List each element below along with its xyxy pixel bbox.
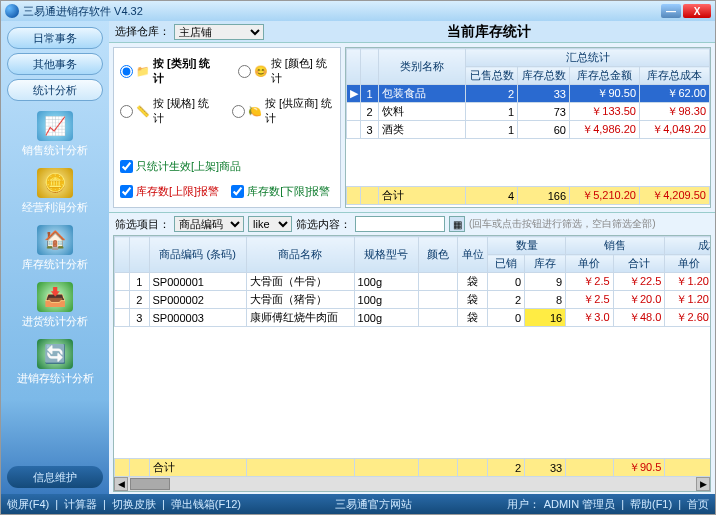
nav-info-maint[interactable]: 信息维护 bbox=[7, 466, 103, 488]
radio-by-spec[interactable]: 📏按 [规格] 统计 bbox=[120, 96, 212, 126]
radio-by-color[interactable]: 😊按 [颜色] 统计 bbox=[238, 56, 334, 86]
status-user-label: 用户： bbox=[507, 497, 540, 512]
chk-only-onshelf[interactable]: 只统计生效[上架]商品 bbox=[120, 159, 334, 174]
status-user: ADMIN 管理员 bbox=[544, 497, 616, 512]
total-row: 合计 4166 ￥5,210.20￥4,209.50 bbox=[347, 187, 710, 205]
horizontal-scrollbar[interactable]: ◀ ▶ bbox=[114, 477, 710, 491]
ruler-icon: 📏 bbox=[136, 105, 150, 118]
warehouse-select[interactable]: 主店铺 bbox=[174, 24, 264, 40]
filter-content-input[interactable] bbox=[355, 216, 445, 232]
chart-icon: 📈 bbox=[37, 111, 73, 141]
nav-other[interactable]: 其他事务 bbox=[7, 53, 103, 75]
status-lock[interactable]: 锁屏(F4) bbox=[7, 497, 49, 512]
sidebar: 日常事务 其他事务 统计分析 📈销售统计分析 🪙经营利润分析 🏠库存统计分析 📥… bbox=[1, 21, 109, 494]
nav-stats[interactable]: 统计分析 bbox=[7, 79, 103, 101]
table-row[interactable]: 2SP000002大骨面（猪骨）100g袋28￥2.5￥20.0￥1.20 bbox=[115, 291, 711, 309]
warehouse-label: 选择仓库： bbox=[115, 24, 170, 39]
supplier-icon: 🍋 bbox=[248, 105, 262, 118]
app-icon bbox=[5, 4, 19, 18]
palette-icon: 😊 bbox=[254, 65, 268, 78]
status-help[interactable]: 帮助(F1) bbox=[630, 497, 672, 512]
main-panel: 选择仓库： 主店铺 当前库存统计 📁按 [类别] 统计 😊按 [颜色] 统计 📏… bbox=[109, 21, 715, 494]
status-website-link[interactable]: 三易通官方网站 bbox=[335, 497, 412, 512]
table-row[interactable]: 3酒类 160 ￥4,986.20￥4,049.20 bbox=[347, 121, 710, 139]
stat-filter-panel: 📁按 [类别] 统计 😊按 [颜色] 统计 📏按 [规格] 统计 🍋按 [供应商… bbox=[113, 47, 341, 208]
category-summary-table: 类别名称 汇总统计 已售总数 库存总数 库存总金额 库存总成本 bbox=[345, 47, 711, 208]
coins-icon: 🪙 bbox=[37, 168, 73, 198]
window-title: 三易通进销存软件 V4.32 bbox=[23, 4, 143, 19]
table-row[interactable]: 2饮料 173 ￥133.50￥98.30 bbox=[347, 103, 710, 121]
filter-op-select[interactable]: like bbox=[248, 216, 292, 232]
table-row[interactable]: 3SP000003康师傅红烧牛肉面100g袋016￥3.0￥48.0￥2.60 bbox=[115, 309, 711, 327]
radio-by-category[interactable]: 📁按 [类别] 统计 bbox=[120, 56, 218, 86]
filter-field-select[interactable]: 商品编码 bbox=[174, 216, 244, 232]
chk-warn-upper[interactable]: 库存数[上限]报警 bbox=[120, 184, 219, 199]
status-calc[interactable]: 计算器 bbox=[64, 497, 97, 512]
page-title: 当前库存统计 bbox=[268, 23, 709, 41]
scroll-right-button[interactable]: ▶ bbox=[696, 477, 710, 491]
nav-daily[interactable]: 日常事务 bbox=[7, 27, 103, 49]
radio-by-supplier[interactable]: 🍋按 [供应商] 统计 bbox=[232, 96, 334, 126]
inbox-icon: 📥 bbox=[37, 282, 73, 312]
filter-bar: 筛选项目： 商品编码 like 筛选内容： ▦ (回车或点击按钮进行筛选，空白筛… bbox=[109, 213, 715, 235]
status-skin[interactable]: 切换皮肤 bbox=[112, 497, 156, 512]
filter-go-button[interactable]: ▦ bbox=[449, 216, 465, 232]
toolbar: 选择仓库： 主店铺 当前库存统计 bbox=[109, 21, 715, 43]
detail-table: 商品编码 (条码) 商品名称 规格型号 颜色 单位 数量 销售 成本 已销库存 … bbox=[113, 235, 711, 492]
sidebar-item-sales[interactable]: 📈销售统计分析 bbox=[22, 111, 88, 158]
detail-total-row: 合计 233 ￥90.5 bbox=[115, 459, 712, 477]
cycle-icon: 🔄 bbox=[37, 339, 73, 369]
folder-icon: 📁 bbox=[136, 65, 150, 78]
sidebar-item-inout[interactable]: 🔄进销存统计分析 bbox=[17, 339, 94, 386]
status-home[interactable]: 首页 bbox=[687, 497, 709, 512]
titlebar[interactable]: 三易通进销存软件 V4.32 — X bbox=[1, 1, 715, 21]
warehouse-icon: 🏠 bbox=[37, 225, 73, 255]
chk-warn-lower[interactable]: 库存数[下限]报警 bbox=[231, 184, 330, 199]
close-button[interactable]: X bbox=[683, 4, 711, 18]
sidebar-item-purchase[interactable]: 📥进货统计分析 bbox=[22, 282, 88, 329]
sidebar-item-stock[interactable]: 🏠库存统计分析 bbox=[22, 225, 88, 272]
status-cashbox[interactable]: 弹出钱箱(F12) bbox=[171, 497, 241, 512]
row-pointer-icon: ▶ bbox=[347, 85, 361, 103]
sidebar-item-profit[interactable]: 🪙经营利润分析 bbox=[22, 168, 88, 215]
statusbar: 锁屏(F4)| 计算器| 切换皮肤| 弹出钱箱(F12) 三易通官方网站 用户：… bbox=[1, 494, 715, 514]
scroll-thumb[interactable] bbox=[130, 478, 170, 490]
filter-hint: (回车或点击按钮进行筛选，空白筛选全部) bbox=[469, 217, 656, 231]
table-row[interactable]: ▶ 1包装食品 233 ￥90.50￥62.00 bbox=[347, 85, 710, 103]
app-window: 三易通进销存软件 V4.32 — X 日常事务 其他事务 统计分析 📈销售统计分… bbox=[0, 0, 716, 515]
minimize-button[interactable]: — bbox=[661, 4, 681, 18]
table-row[interactable]: 1SP000001大骨面（牛骨）100g袋09￥2.5￥22.5￥1.20 bbox=[115, 273, 711, 291]
scroll-left-button[interactable]: ◀ bbox=[114, 477, 128, 491]
